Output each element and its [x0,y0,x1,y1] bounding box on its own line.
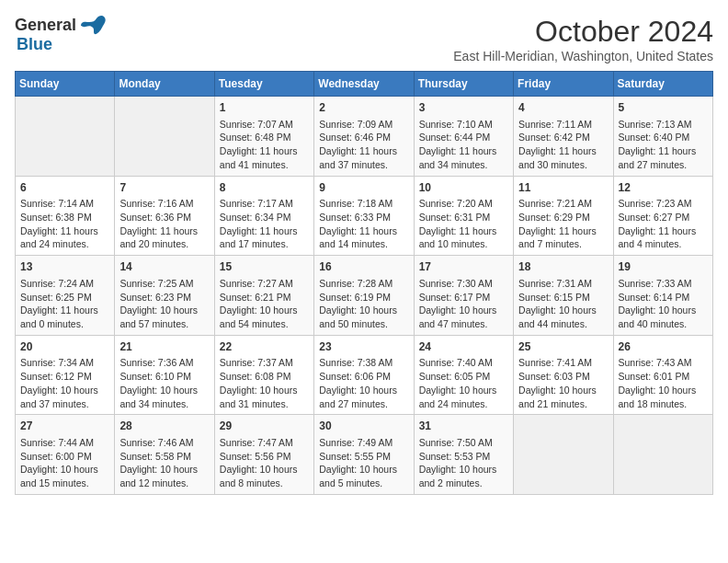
day-number: 3 [419,100,508,116]
day-content: Sunrise: 7:36 AM Sunset: 6:10 PM Dayligh… [119,356,209,410]
day-number: 15 [220,259,309,275]
logo-blue: Blue [17,35,52,53]
day-number: 28 [119,419,209,434]
page-header: General Blue October 2024 East Hill-Meri… [15,15,713,63]
day-number: 21 [119,339,209,355]
day-content: Sunrise: 7:50 AM Sunset: 5:53 PM Dayligh… [419,436,508,490]
weekday-header-thursday: Thursday [414,72,513,97]
day-number: 16 [319,259,408,275]
day-number: 29 [220,419,309,434]
day-number: 11 [518,180,608,196]
day-number: 27 [20,419,109,434]
calendar-cell: 20Sunrise: 7:34 AM Sunset: 6:12 PM Dayli… [16,335,115,415]
calendar-cell: 19Sunrise: 7:33 AM Sunset: 6:14 PM Dayli… [613,256,712,336]
weekday-header-friday: Friday [514,72,613,97]
calendar-title: October 2024 [453,15,713,49]
day-number: 20 [20,339,109,355]
calendar-cell: 18Sunrise: 7:31 AM Sunset: 6:15 PM Dayli… [514,256,613,336]
calendar-week-3: 13Sunrise: 7:24 AM Sunset: 6:25 PM Dayli… [16,256,713,336]
logo: General Blue [15,15,108,54]
day-number: 25 [518,339,608,355]
calendar-cell [115,97,214,177]
calendar-week-5: 27Sunrise: 7:44 AM Sunset: 6:00 PM Dayli… [16,415,713,495]
weekday-header-monday: Monday [115,72,214,97]
day-content: Sunrise: 7:20 AM Sunset: 6:31 PM Dayligh… [419,197,508,251]
day-number: 10 [419,180,508,196]
calendar-cell: 25Sunrise: 7:41 AM Sunset: 6:03 PM Dayli… [514,335,613,415]
weekday-header-sunday: Sunday [16,72,115,97]
day-content: Sunrise: 7:13 AM Sunset: 6:40 PM Dayligh… [619,118,708,172]
day-number: 4 [518,100,608,116]
day-content: Sunrise: 7:24 AM Sunset: 6:25 PM Dayligh… [20,277,109,331]
calendar-cell: 12Sunrise: 7:23 AM Sunset: 6:27 PM Dayli… [613,176,712,256]
calendar-cell: 10Sunrise: 7:20 AM Sunset: 6:31 PM Dayli… [414,176,513,256]
day-content: Sunrise: 7:28 AM Sunset: 6:19 PM Dayligh… [319,277,408,331]
calendar-cell: 17Sunrise: 7:30 AM Sunset: 6:17 PM Dayli… [414,256,513,336]
calendar-cell: 1Sunrise: 7:07 AM Sunset: 6:48 PM Daylig… [214,97,313,177]
day-content: Sunrise: 7:11 AM Sunset: 6:42 PM Dayligh… [518,118,608,172]
day-number: 17 [419,259,508,275]
calendar-cell: 28Sunrise: 7:46 AM Sunset: 5:58 PM Dayli… [115,415,214,495]
calendar-cell: 4Sunrise: 7:11 AM Sunset: 6:42 PM Daylig… [514,97,613,177]
calendar-cell: 5Sunrise: 7:13 AM Sunset: 6:40 PM Daylig… [613,97,712,177]
calendar-cell: 29Sunrise: 7:47 AM Sunset: 5:56 PM Dayli… [214,415,313,495]
day-content: Sunrise: 7:09 AM Sunset: 6:46 PM Dayligh… [319,118,408,172]
day-content: Sunrise: 7:46 AM Sunset: 5:58 PM Dayligh… [119,436,209,490]
calendar-cell: 27Sunrise: 7:44 AM Sunset: 6:00 PM Dayli… [16,415,115,495]
calendar-table: SundayMondayTuesdayWednesdayThursdayFrid… [15,71,713,495]
calendar-cell: 15Sunrise: 7:27 AM Sunset: 6:21 PM Dayli… [214,256,313,336]
day-number: 7 [119,180,209,196]
day-number: 24 [419,339,508,355]
calendar-cell: 7Sunrise: 7:16 AM Sunset: 6:36 PM Daylig… [115,176,214,256]
weekday-header-tuesday: Tuesday [214,72,313,97]
calendar-cell: 6Sunrise: 7:14 AM Sunset: 6:38 PM Daylig… [16,176,115,256]
day-content: Sunrise: 7:27 AM Sunset: 6:21 PM Dayligh… [220,277,309,331]
day-content: Sunrise: 7:38 AM Sunset: 6:06 PM Dayligh… [319,356,408,410]
day-number: 26 [619,339,708,355]
calendar-body: 1Sunrise: 7:07 AM Sunset: 6:48 PM Daylig… [16,97,713,495]
day-content: Sunrise: 7:23 AM Sunset: 6:27 PM Dayligh… [619,197,708,251]
day-content: Sunrise: 7:18 AM Sunset: 6:33 PM Dayligh… [319,197,408,251]
title-block: October 2024 East Hill-Meridian, Washing… [453,15,713,63]
day-number: 30 [319,419,408,434]
day-number: 12 [619,180,708,196]
day-content: Sunrise: 7:14 AM Sunset: 6:38 PM Dayligh… [20,197,109,251]
calendar-cell: 9Sunrise: 7:18 AM Sunset: 6:33 PM Daylig… [314,176,414,256]
day-content: Sunrise: 7:34 AM Sunset: 6:12 PM Dayligh… [20,356,109,410]
weekday-header-saturday: Saturday [613,72,712,97]
calendar-week-1: 1Sunrise: 7:07 AM Sunset: 6:48 PM Daylig… [16,97,713,177]
day-number: 13 [20,259,109,275]
calendar-cell: 22Sunrise: 7:37 AM Sunset: 6:08 PM Dayli… [214,335,313,415]
day-content: Sunrise: 7:17 AM Sunset: 6:34 PM Dayligh… [220,197,309,251]
day-number: 8 [220,180,309,196]
day-content: Sunrise: 7:40 AM Sunset: 6:05 PM Dayligh… [419,356,508,410]
calendar-subtitle: East Hill-Meridian, Washington, United S… [453,49,713,63]
day-number: 14 [119,259,209,275]
day-number: 23 [319,339,408,355]
weekday-header-wednesday: Wednesday [314,72,414,97]
calendar-cell [613,415,712,495]
day-content: Sunrise: 7:16 AM Sunset: 6:36 PM Dayligh… [119,197,209,251]
day-content: Sunrise: 7:43 AM Sunset: 6:01 PM Dayligh… [619,356,708,410]
day-content: Sunrise: 7:41 AM Sunset: 6:03 PM Dayligh… [518,356,608,410]
calendar-cell: 30Sunrise: 7:49 AM Sunset: 5:55 PM Dayli… [314,415,414,495]
calendar-cell: 21Sunrise: 7:36 AM Sunset: 6:10 PM Dayli… [115,335,214,415]
day-content: Sunrise: 7:31 AM Sunset: 6:15 PM Dayligh… [518,277,608,331]
day-content: Sunrise: 7:07 AM Sunset: 6:48 PM Dayligh… [220,118,309,172]
weekday-header-row: SundayMondayTuesdayWednesdayThursdayFrid… [16,72,713,97]
calendar-cell: 31Sunrise: 7:50 AM Sunset: 5:53 PM Dayli… [414,415,513,495]
logo-general: General [15,16,76,35]
day-number: 18 [518,259,608,275]
calendar-cell: 8Sunrise: 7:17 AM Sunset: 6:34 PM Daylig… [214,176,313,256]
day-number: 9 [319,180,408,196]
day-number: 2 [319,100,408,116]
calendar-cell: 16Sunrise: 7:28 AM Sunset: 6:19 PM Dayli… [314,256,414,336]
calendar-cell: 13Sunrise: 7:24 AM Sunset: 6:25 PM Dayli… [16,256,115,336]
calendar-cell: 3Sunrise: 7:10 AM Sunset: 6:44 PM Daylig… [414,97,513,177]
day-content: Sunrise: 7:25 AM Sunset: 6:23 PM Dayligh… [119,277,209,331]
day-content: Sunrise: 7:49 AM Sunset: 5:55 PM Dayligh… [319,436,408,490]
logo-bird-icon [78,15,108,35]
day-content: Sunrise: 7:47 AM Sunset: 5:56 PM Dayligh… [220,436,309,490]
day-number: 1 [220,100,309,116]
calendar-cell: 2Sunrise: 7:09 AM Sunset: 6:46 PM Daylig… [314,97,414,177]
